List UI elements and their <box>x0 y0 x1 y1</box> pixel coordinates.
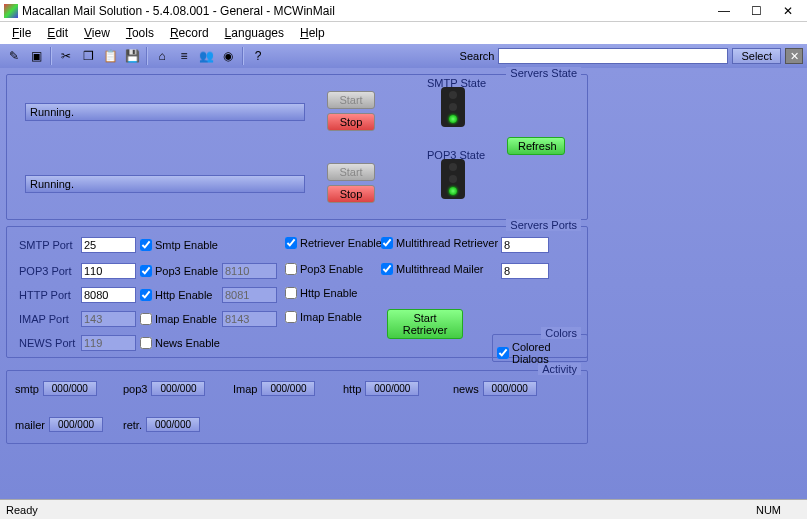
act-news-label: news <box>453 383 479 395</box>
http-enable-check[interactable]: Http Enable <box>140 289 212 301</box>
http-port2-input[interactable] <box>222 287 277 303</box>
menu-record[interactable]: Record <box>164 24 215 42</box>
act-pop3-label: pop3 <box>123 383 147 395</box>
status-num: NUM <box>756 504 781 516</box>
pop3-port-label: POP3 Port <box>19 265 77 277</box>
minimize-button[interactable]: — <box>709 2 739 20</box>
menu-view[interactable]: View <box>78 24 116 42</box>
camera-icon[interactable]: ◉ <box>218 47 238 65</box>
act-pop3-val <box>151 381 205 396</box>
cut-icon[interactable]: ✂ <box>56 47 76 65</box>
help-icon[interactable]: ? <box>248 47 268 65</box>
news-port-input[interactable] <box>81 335 136 351</box>
smtp-traffic-light <box>441 87 465 127</box>
menu-help[interactable]: Help <box>294 24 331 42</box>
http-port-label: HTTP Port <box>19 289 77 301</box>
multithread-retriever-check[interactable]: Multithread Retriever <box>381 237 498 249</box>
pop3-port2-input[interactable] <box>222 263 277 279</box>
paste-icon[interactable]: 📋 <box>100 47 120 65</box>
tool-icon-1[interactable]: ✎ <box>4 47 24 65</box>
smtp-port-input[interactable] <box>81 237 136 253</box>
pop3-enable2-check[interactable]: Pop3 Enable <box>285 263 363 275</box>
act-mailer-label: mailer <box>15 419 45 431</box>
clear-search-button[interactable]: ✕ <box>785 48 803 64</box>
search-input[interactable] <box>498 48 728 64</box>
smtp-status-field[interactable] <box>25 103 305 121</box>
news-enable-check[interactable]: News Enable <box>140 337 220 349</box>
mt-retriever-input[interactable] <box>501 237 549 253</box>
act-smtp-label: smtp <box>15 383 39 395</box>
pop3-start-button[interactable]: Start <box>327 163 375 181</box>
start-retriever-button[interactable]: Start Retriever <box>387 309 463 339</box>
refresh-button[interactable]: Refresh <box>507 137 565 155</box>
act-retr-val <box>146 417 200 432</box>
pop3-port-input[interactable] <box>81 263 136 279</box>
app-icon <box>4 4 18 18</box>
imap-enable-check[interactable]: Imap Enable <box>140 313 217 325</box>
activity-group: Activity smtp pop3 Imap http news mailer… <box>6 370 588 444</box>
act-http-label: http <box>343 383 361 395</box>
servers-state-title: Servers State <box>506 67 581 79</box>
pop3-enable-check[interactable]: Pop3 Enable <box>140 265 218 277</box>
servers-state-group: Servers State SMTP State Start Stop POP3… <box>6 74 588 220</box>
act-http-val <box>365 381 419 396</box>
pop3-status-field[interactable] <box>25 175 305 193</box>
colors-group: Colors Colored Dialogs <box>492 334 588 362</box>
status-ready: Ready <box>6 504 38 516</box>
window-title: Macallan Mail Solution - 5.4.08.001 - Ge… <box>22 4 709 18</box>
servers-ports-title: Servers Ports <box>506 219 581 231</box>
menu-tools[interactable]: Tools <box>120 24 160 42</box>
imap-port-label: IMAP Port <box>19 313 77 325</box>
act-news-val <box>483 381 537 396</box>
act-smtp-val <box>43 381 97 396</box>
select-button[interactable]: Select <box>732 48 781 64</box>
news-port-label: NEWS Port <box>19 337 77 349</box>
statusbar: Ready NUM <box>0 499 807 519</box>
http-enable2-check[interactable]: Http Enable <box>285 287 357 299</box>
imap-port-input[interactable] <box>81 311 136 327</box>
act-imap-label: Imap <box>233 383 257 395</box>
list-icon[interactable]: ≡ <box>174 47 194 65</box>
smtp-start-button[interactable]: Start <box>327 91 375 109</box>
menubar: File Edit View Tools Record Languages He… <box>0 22 807 44</box>
colored-dialogs-check[interactable]: Colored Dialogs <box>497 341 587 365</box>
retriever-enable-check[interactable]: Retriever Enable <box>285 237 382 249</box>
imap-port2-input[interactable] <box>222 311 277 327</box>
menu-file[interactable]: File <box>6 24 37 42</box>
act-imap-val <box>261 381 315 396</box>
menu-languages[interactable]: Languages <box>219 24 290 42</box>
home-icon[interactable]: ⌂ <box>152 47 172 65</box>
smtp-enable-check[interactable]: Smtp Enable <box>140 239 218 251</box>
smtp-stop-button[interactable]: Stop <box>327 113 375 131</box>
close-button[interactable]: ✕ <box>773 2 803 20</box>
menu-edit[interactable]: Edit <box>41 24 74 42</box>
copy-icon[interactable]: ❐ <box>78 47 98 65</box>
act-retr-label: retr. <box>123 419 142 431</box>
maximize-button[interactable]: ☐ <box>741 2 771 20</box>
toolbar: ✎ ▣ ✂ ❐ 📋 💾 ⌂ ≡ 👥 ◉ ? Search Select ✕ <box>0 44 807 68</box>
tool-icon-2[interactable]: ▣ <box>26 47 46 65</box>
main-panel: Servers State SMTP State Start Stop POP3… <box>0 68 807 499</box>
pop3-traffic-light <box>441 159 465 199</box>
activity-title: Activity <box>538 363 581 375</box>
imap-enable2-check[interactable]: Imap Enable <box>285 311 362 323</box>
users-icon[interactable]: 👥 <box>196 47 216 65</box>
pop3-stop-button[interactable]: Stop <box>327 185 375 203</box>
smtp-port-label: SMTP Port <box>19 239 77 251</box>
act-mailer-val <box>49 417 103 432</box>
http-port-input[interactable] <box>81 287 136 303</box>
colors-title: Colors <box>541 327 581 339</box>
titlebar: Macallan Mail Solution - 5.4.08.001 - Ge… <box>0 0 807 22</box>
mt-mailer-input[interactable] <box>501 263 549 279</box>
save-icon[interactable]: 💾 <box>122 47 142 65</box>
search-label: Search <box>460 50 495 62</box>
multithread-mailer-check[interactable]: Multithread Mailer <box>381 263 483 275</box>
